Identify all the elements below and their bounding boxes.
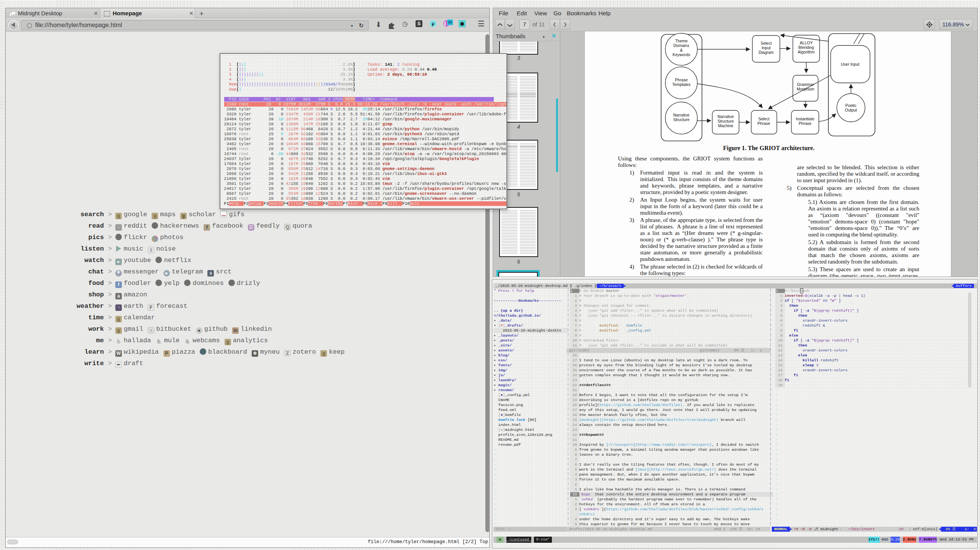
svg-text:Diagram: Diagram: [758, 50, 774, 55]
svg-text:Select: Select: [758, 116, 769, 121]
svg-text:Structure: Structure: [718, 119, 734, 123]
svg-text:Narrative: Narrative: [673, 113, 690, 117]
svg-text:Input: Input: [762, 45, 770, 50]
svg-text:Output: Output: [845, 108, 857, 112]
svg-text:Blending: Blending: [799, 45, 814, 50]
svg-text:Keywords: Keywords: [673, 52, 690, 57]
svg-text:Theme: Theme: [675, 39, 688, 43]
svg-text:Domains: Domains: [673, 43, 689, 48]
svg-text:Instantiate: Instantiate: [796, 116, 815, 121]
svg-text:Morphism: Morphism: [797, 87, 814, 91]
svg-text:&: &: [680, 48, 682, 52]
svg-text:Grammar: Grammar: [797, 82, 814, 87]
svg-text:Narrative: Narrative: [718, 114, 734, 119]
svg-text:Structure: Structure: [673, 117, 690, 122]
svg-text:Phrase: Phrase: [799, 121, 811, 126]
svg-text:Algorithm: Algorithm: [798, 50, 815, 54]
svg-text:User Input: User Input: [841, 62, 860, 66]
svg-text:Templates: Templates: [672, 82, 691, 87]
svg-text:Poetic: Poetic: [845, 103, 856, 108]
svg-text:Phrase: Phrase: [675, 78, 687, 82]
svg-text:Select: Select: [760, 41, 771, 45]
svg-text:Machine: Machine: [718, 123, 733, 128]
svg-text:Phrase: Phrase: [757, 121, 770, 126]
svg-text:ALLOY: ALLOY: [800, 40, 813, 45]
